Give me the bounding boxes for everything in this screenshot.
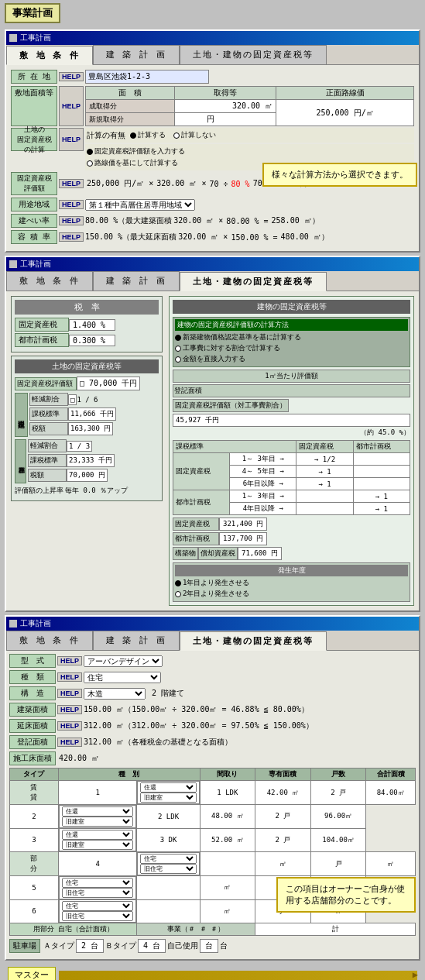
tab1-site[interactable]: 敷 地 条 件 [6,46,93,65]
city-basis-value[interactable]: 23,333 千円 [67,454,115,467]
site-area-help[interactable]: HELP [59,86,84,126]
floor-ratio-c2: 150.00 % = [231,233,277,242]
type-b-value[interactable]: 4 台 [138,939,166,953]
row6-type2-select[interactable]: 旧住宅 [62,911,134,921]
fixed-asset-rate-value[interactable]: 1.400 % [69,319,115,331]
tab3-building[interactable]: 建 築 計 画 [93,631,180,650]
coverage-help[interactable]: HELP [59,216,84,225]
floor-ratio-result: 480.00 ㎡） [281,232,329,242]
row5-type2-select[interactable]: 旧住宅 [62,888,134,898]
type-b-label: Ｂタイプ [105,940,136,951]
bldg-method1[interactable]: 新築建物価格認定基準を基に計算する [175,332,408,342]
build-area-help[interactable]: HELP [57,705,82,714]
tab1-tax[interactable]: 土地・建物の固定資産税等 [180,45,327,64]
fixed-basis-value[interactable]: 11,666 千円 [68,407,116,421]
city-rate-value[interactable]: 0.300 % [69,335,115,346]
fixed-asset-help[interactable]: HELP [59,179,84,188]
fixed-checkbox: □ [68,394,77,405]
bldg-assessment-row: 固定資産税評価額（対工事費割合） [173,399,410,412]
tax-depreciation-row: 構築物 償却資産税 71,600 円 [173,547,410,560]
registry-area-row: 登記面積 HELP 312.00 ㎡（各種税金の基礎となる面積） [9,735,416,749]
row4-type1-select[interactable]: 住宅 [140,854,196,864]
bldg-method3[interactable]: 金額を直接入力する [175,354,408,364]
row5-type1-select[interactable]: 住宅 [62,878,134,888]
row2-units: 2 戸 [255,805,311,829]
tab3-site[interactable]: 敷 地 条 件 [6,631,93,650]
type-a-value[interactable]: 2 台 [76,939,104,953]
bldg-ratio: （約 45.0 %） [173,428,410,438]
tab3-tax[interactable]: 土地・建物の固定資産税等 [180,631,327,651]
use-zone-help[interactable]: HELP [59,200,84,209]
city-y1-city: → 1 [353,490,410,503]
panel1-window: 工事計画 敷 地 条 件 建 築 計 画 土地・建物の固定資産税等 所 在 地 … [5,29,420,253]
row3-total: 104.00㎡ [310,828,366,852]
floor-ratio-label: 容 積 率 [11,230,57,244]
panel3-callout: この項目はオーナーご自身が使用する店舗部分のことです。 [276,877,416,913]
row1-units: 2 戸 [310,781,366,805]
bldg-class-help[interactable]: HELP [57,672,82,682]
row3-type2-select[interactable]: 旧建室 [62,840,134,850]
row1-type2-select[interactable]: 旧建室 [140,793,196,803]
bldg-method2[interactable]: 工事費に対する割合で計算する [175,343,408,353]
col-type: 種 別 [58,769,200,781]
row3-num: 3 [10,828,59,852]
window-icon2 [9,260,17,268]
tab2-site[interactable]: 敷 地 条 件 [6,271,93,291]
city-tax-amount-row: 税額 70,000 円 [28,469,159,482]
method1-option[interactable]: 固定資産税評価額を入力する [87,146,413,156]
panel1-title: 工事計画 [20,33,51,43]
floor-ratio-help[interactable]: HELP [59,232,84,242]
bldg-type-row: 型 式 HELP アーバンデザイン [9,654,416,668]
city-basis-row: 課税標準 23,333 千円 [28,454,159,467]
floor-area-help[interactable]: HELP [57,721,82,731]
row4-type2-select[interactable]: 旧住宅 [140,864,196,874]
new-value-cell[interactable]: 円 [175,113,276,126]
occurrence1-option[interactable]: 1年目より発生させる [175,578,408,588]
row1-types: 住還 旧建室 [137,781,199,804]
obtained-value[interactable]: 320.00 ㎡ [175,100,276,113]
upper-limit-value: 毎年 0.0 ％アップ [65,486,128,496]
site-area-label: 敷地面積等 [11,86,57,126]
structure-help[interactable]: HELP [57,689,82,698]
location-help[interactable]: HELP [59,72,84,81]
occurrence1-label: 1年目より発生させる [183,578,249,588]
no-calc-option[interactable]: 計算しない [173,130,216,140]
tax-city-amt-label: 都市計画税 [173,532,219,545]
structure-select[interactable]: 木造 [84,688,146,700]
row2-type1-select[interactable]: 住還 [62,806,134,817]
row1-layout: 1 LDK [200,781,255,805]
row1-rental-label: 賃貸 [10,781,59,805]
bldg-type-select[interactable]: アーバンデザイン [84,655,163,667]
bldg-type-help[interactable]: HELP [57,656,82,665]
bldg-class-select[interactable]: 住宅 [84,672,161,683]
floor-ratio-row: 容 積 率 HELP 150.00 %（最大延床面積 320.00 ㎡ × 15… [11,230,414,244]
row4-own-label: 部分 [10,852,59,876]
area-col-label: 面 積 [86,87,175,100]
row1-type1-select[interactable]: 住還 [140,782,196,793]
self-use-parking-value[interactable]: 台 [200,939,218,953]
tab2-building[interactable]: 建 築 計 画 [93,271,180,291]
master-row: マスター ▶ [0,964,425,980]
build-area-row: 建築面積 HELP 150.00 ㎡（150.00㎡ ÷ 320.00㎡ = 4… [9,703,416,717]
tab1-building[interactable]: 建 築 計 画 [93,45,180,64]
do-calc-option[interactable]: 計算する [130,130,166,140]
registry-area-help[interactable]: HELP [57,738,82,747]
row5-layout [137,876,200,900]
use-zone-select[interactable]: 第１種中高層住居専用地域 [85,199,195,211]
occurrence2-option[interactable]: 2年目より発生させる [175,589,408,599]
location-value[interactable]: 豊島区池袋1-2-3 [85,70,209,84]
row6-type1-select[interactable]: 住宅 [62,901,134,911]
fixed-reduction-label: 軽減割合 [29,393,68,406]
tab2-tax[interactable]: 土地・建物の固定資産税等 [180,272,327,291]
row4-layout [200,852,255,876]
tax-rate-header: 税 率 [15,300,159,315]
land-tax-help[interactable]: HELP [59,128,84,151]
panel2-title: 工事計画 [20,259,51,270]
row2-type2-select[interactable]: 旧建室 [62,817,134,827]
city-rate-label: 都市計画税 [15,333,69,347]
row3-type1-select[interactable]: 住還 [62,830,134,840]
bldg-tax-header: 建物の固定資産税等 [173,300,410,314]
row4-area: ㎡ [255,852,311,876]
occurrence-label: 発生年度 [175,565,408,576]
upper-limit-label: 評価額の上昇率 [15,486,63,496]
